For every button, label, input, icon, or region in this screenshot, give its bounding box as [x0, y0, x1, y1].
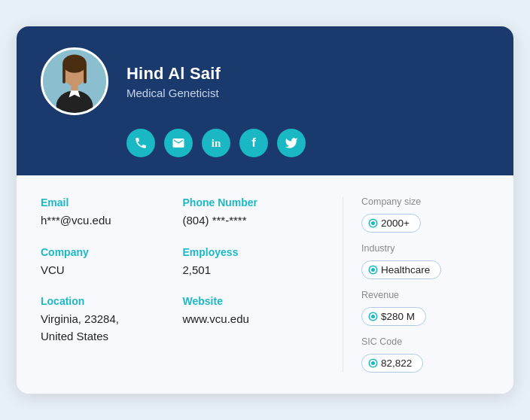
card-body: Email h***@vcu.edu Company VCU Location … — [17, 175, 513, 394]
phone-value: (804) ***-**** — [183, 212, 325, 230]
profile-title: Medical Geneticist — [126, 87, 221, 99]
employees-label: Employess — [183, 246, 325, 258]
sic-badge: 82,822 — [361, 354, 423, 373]
badge-dot-industry — [370, 266, 376, 273]
header-top: Hind Al Saif Medical Geneticist — [41, 47, 489, 115]
company-block: Company VCU — [41, 246, 183, 279]
linkedin-icon[interactable]: in — [202, 129, 230, 157]
revenue-value: $280 M — [381, 311, 415, 322]
header-info: Hind Al Saif Medical Geneticist — [126, 64, 221, 99]
location-label: Location — [41, 295, 183, 307]
revenue-label: Revenue — [361, 290, 489, 300]
company-size-badge: 2000+ — [361, 214, 421, 233]
sic-item: SIC Code 82,822 — [361, 336, 489, 373]
website-block: Website www.vcu.edu — [183, 295, 325, 328]
social-icons-row: in f — [126, 129, 489, 157]
right-info: Phone Number (804) ***-**** Employess 2,… — [183, 196, 325, 373]
vertical-divider — [343, 196, 343, 373]
avatar — [41, 47, 108, 115]
profile-card: Hind Al Saif Medical Geneticist in f — [17, 26, 513, 394]
company-size-item: Company size 2000+ — [361, 196, 489, 233]
company-size-value: 2000+ — [381, 218, 410, 229]
industry-value: Healthcare — [381, 264, 430, 275]
email-icon[interactable] — [164, 129, 193, 157]
sic-label: SIC Code — [361, 336, 489, 347]
employees-value: 2,501 — [183, 262, 325, 279]
employees-block: Employess 2,501 — [183, 246, 325, 279]
location-block: Location Virginia, 23284, United States — [41, 295, 183, 345]
email-label: Email — [41, 196, 183, 208]
sic-value: 82,822 — [381, 358, 412, 369]
profile-name: Hind Al Saif — [126, 64, 221, 84]
industry-label: Industry — [361, 243, 489, 254]
badge-dot-sic — [370, 360, 376, 367]
company-size-label: Company size — [361, 196, 489, 207]
left-info: Email h***@vcu.edu Company VCU Location … — [41, 196, 183, 373]
location-value: Virginia, 23284, United States — [41, 311, 183, 345]
phone-block: Phone Number (804) ***-**** — [183, 196, 325, 230]
website-label: Website — [183, 295, 325, 307]
phone-icon[interactable] — [126, 129, 155, 157]
company-label: Company — [41, 246, 183, 258]
company-value: VCU — [41, 262, 183, 279]
svg-point-2 — [62, 55, 87, 73]
email-block: Email h***@vcu.edu — [41, 196, 183, 230]
badge-dot-revenue — [370, 313, 376, 320]
industry-badge: Healthcare — [361, 260, 441, 279]
svg-rect-4 — [84, 64, 87, 84]
website-value: www.vcu.edu — [183, 311, 325, 328]
svg-rect-3 — [62, 64, 65, 84]
facebook-icon[interactable]: f — [239, 129, 268, 157]
revenue-badge: $280 M — [361, 307, 426, 326]
card-header: Hind Al Saif Medical Geneticist in f — [17, 26, 513, 175]
avatar-image — [43, 47, 106, 115]
badge-dot-size — [370, 220, 376, 227]
twitter-icon[interactable] — [277, 129, 306, 157]
revenue-item: Revenue $280 M — [361, 290, 489, 326]
email-value: h***@vcu.edu — [41, 212, 183, 230]
sidebar: Company size 2000+ Industry Healthcare R… — [361, 196, 489, 373]
phone-label: Phone Number — [183, 196, 325, 208]
industry-item: Industry Healthcare — [361, 243, 489, 279]
